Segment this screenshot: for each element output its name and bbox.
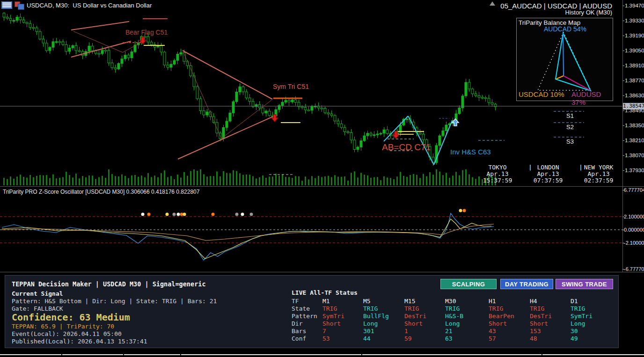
tf-cell-h4: DesTri [530,313,552,320]
signal-line: Pattern: H&S Bottom | Dir: Long | State:… [12,298,217,305]
tf-cell-h1: H1 [489,298,496,305]
tf-cell-h4: TRIG [530,305,544,312]
tf-cell-m5: M5 [363,298,371,305]
sr-label-s3: S3 [566,138,574,145]
tf-cell-h1: BearPen [489,313,514,320]
osc-axis-tick [622,269,624,270]
chart-grid-icon[interactable] [1,1,12,9]
pattern-overlay-line [71,22,129,30]
pattern-overlay-line [71,41,131,57]
pattern-label-bear-flag: Bear Flag C51 [125,29,168,36]
oscillator-signal-dot [147,213,151,216]
oscillator-signal-dot [235,213,239,216]
price-axis-label: 1.39050 [625,48,644,53]
session-name: NEW YORK [566,164,631,171]
pattern-overlay-line [123,42,142,52]
day-trading-button[interactable]: DAY TRADING [500,279,553,289]
scalping-button[interactable]: SCALPING [440,279,497,289]
oscillator-signal-dot [180,213,183,216]
alltf-status-title: LIVE All-TF Status [292,289,358,296]
osc-axis-label: -6.777704 [624,266,644,272]
osc-axis-tick [622,217,624,217]
tf-row-label: State [292,305,310,312]
osc-axis-label: 6.777704 [624,187,644,193]
oscillator-signal-dot [177,213,180,216]
tf-cell-d1: SymTri [571,313,593,320]
event-line: Event(Local): 2026.04.11 05:00 [12,330,122,337]
osc-axis-label: 2.100000 [624,214,644,219]
decision-maker-panel: TEPPAN Decision Maker | USDCAD M30 | Sig… [5,275,619,348]
tf-cell-m30: 63 [445,335,453,342]
tf-cell-d1: Long [571,320,585,327]
oscillator-title: TriParity PRO Z-Score Oscillator [USDCAD… [3,189,199,195]
tf-cell-m5: Long [363,320,378,327]
tf-cell-m15: M15 [404,298,415,305]
oscillator-signal-dot [250,213,253,216]
pattern-label-inv-hs: Inv H&S C63 [450,148,491,156]
panel-separator-bottom[interactable] [0,272,644,272]
tf-row-label: Dir [292,320,302,327]
terminal-frame-segment [62,354,123,355]
tf-cell-m1: M1 [322,298,330,305]
history-status-label: History OK (M30) [458,9,612,16]
price-axis-label: 1.38910 [625,63,644,68]
osc-axis-tick [622,243,624,243]
tf-cell-m15: TRIG [404,305,419,312]
pattern-overlay-line [73,31,123,52]
price-axis-label: 1.39470 [625,3,644,8]
panel-separator-top[interactable] [0,186,644,187]
tf-cell-m1: Short [322,320,341,327]
current-signal-title: Current Signal [12,290,63,297]
session-time: 02:37:59 [566,177,631,184]
balance-map-usdcad-label: USDCAD 10% [519,90,564,98]
triparity-balance-map: TriParity Balance Map AUDCAD 54% USDCAD … [516,18,613,101]
session-date: Apr.13 [566,170,631,177]
price-axis-label: 1.38770 [625,78,644,83]
swing-trade-button[interactable]: SWING TRADE [556,279,613,289]
tf-cell-h4: H4 [530,298,537,305]
tf-cell-m5: BullFlg [363,313,389,320]
trading-terminal-window: USDCAD, M30: US Dollar vs Canadian Dolla… [0,0,644,357]
tf-cell-m5: 301 [363,328,374,335]
sr-label-s2: S2 [566,124,574,131]
tf-cell-m1: TRIG [322,305,337,312]
oscillator-signal-dot [141,213,145,216]
tf-cell-m30: 21 [445,328,453,335]
tf-cell-m5: 44 [363,335,371,342]
oscillator-signal-dot [463,209,466,212]
price-axis-label: 1.38210 [625,138,644,143]
tf-cell-m30: M30 [445,298,456,305]
tf-cell-h1: TRIG [489,305,503,312]
price-axis[interactable]: 1.394701.393301.391901.390501.389101.387… [622,0,644,186]
price-axis-label: 1.38630 [625,93,644,98]
oscillator-signal-dot [459,209,462,212]
tf-row-label: Conf [292,335,306,342]
chart-shift-marker-icon [490,1,495,6]
current-price-box: 1.38547 [623,103,644,109]
published-line: Published(Local): 2026.04.13 15:37:41 [12,338,147,345]
osc-axis-tick [622,230,624,230]
zscore-line-orange [2,224,494,240]
bar-chart-icon[interactable] [15,1,24,9]
oscillator-axis[interactable]: 6.7777042.1000000.000000-2.100000-6.7777… [622,186,644,272]
pattern-overlay-line [408,116,434,165]
scores-line: TEPPAN: 65.9 | TriParity: 70 [12,323,114,330]
tf-cell-m1: 7 [322,328,326,335]
terminal-frame-segment [181,354,361,355]
tf-cell-m15: 1 [404,328,408,335]
terminal-frame-segment [124,354,180,355]
tf-cell-h4: 153 [530,328,541,335]
osc-axis-tick [622,190,624,190]
tf-row-label: TF [292,298,299,305]
oscillator-signal-dot [166,213,169,216]
pattern-label-abcd: AB=CD C71 [382,142,431,153]
sr-label-s1: S1 [566,112,574,119]
terminal-frame-segment [362,354,542,355]
terminal-frame-segment [542,354,644,355]
tf-cell-h1: Short [489,320,507,327]
tf-cell-h4: 48 [530,335,537,342]
price-axis-label: 1.38070 [625,153,644,158]
zscore-line-yellow [2,219,491,259]
tf-cell-h1: 43 [489,328,496,335]
oscillator-signal-dot [241,213,244,216]
